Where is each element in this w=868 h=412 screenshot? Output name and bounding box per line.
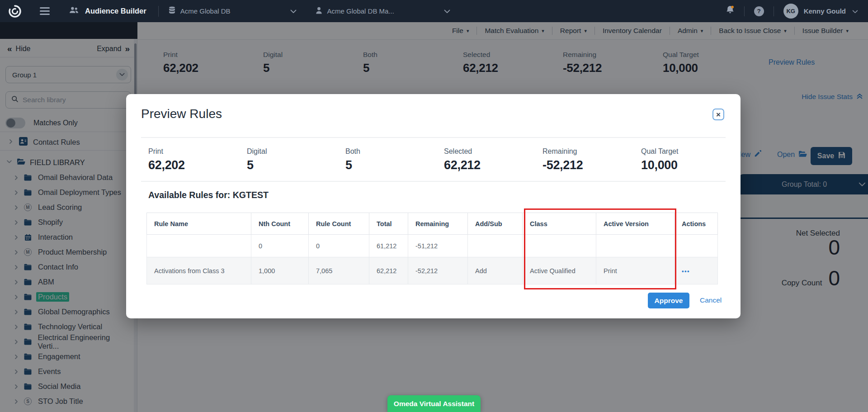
divider	[774, 6, 774, 16]
table-cell: 1,000	[251, 257, 309, 284]
product-title: Audience Builder	[69, 6, 146, 16]
person-icon	[316, 7, 322, 16]
row-actions-button[interactable]: •••	[682, 268, 690, 275]
database-selector-value: Acme Global DB	[180, 7, 231, 15]
table-cell: 7,065	[309, 257, 369, 284]
table-cell: Active Qualified	[523, 257, 596, 284]
rules-table-body: 0061,212-51,212Activations from Class 31…	[147, 235, 718, 284]
stat-print: Print62,202	[148, 147, 247, 172]
database-icon	[169, 6, 175, 16]
column-header-remaining: Remaining	[408, 213, 468, 235]
stat-digital: Digital5	[247, 147, 345, 172]
divider	[141, 137, 726, 138]
table-cell: 62,212	[369, 257, 408, 284]
table-cell: Print	[596, 257, 675, 284]
column-header-rule-name: Rule Name	[147, 213, 251, 235]
chevron-down-icon	[444, 7, 450, 15]
chevron-down-icon[interactable]	[852, 7, 858, 15]
table-cell: 0	[251, 235, 309, 257]
profile-selector[interactable]: Acme Global DB Ma...	[316, 7, 450, 16]
table-cell: Activations from Class 3	[147, 257, 251, 284]
table-cell: -51,212	[408, 235, 468, 257]
table-cell	[468, 235, 523, 257]
available-rules-heading: Available Rules for: KGTEST	[148, 190, 269, 200]
profile-selector-value: Acme Global DB Ma...	[327, 7, 394, 15]
cancel-link[interactable]: Cancel	[700, 296, 722, 304]
divider	[158, 6, 159, 17]
column-header-active-version: Active Version	[596, 213, 675, 235]
divider	[141, 181, 726, 182]
product-title-label: Audience Builder	[85, 7, 146, 15]
user-name[interactable]: Kenny Gould	[804, 7, 846, 15]
approve-button[interactable]: Approve	[648, 293, 689, 308]
column-header-class: Class	[523, 213, 596, 235]
virtual-assistant-button[interactable]: Omeda Virtual Assistant	[387, 395, 481, 412]
column-header-nth-count: Nth Count	[251, 213, 309, 235]
chevron-down-icon	[290, 7, 297, 15]
stat-remaining: Remaining-52,212	[542, 147, 641, 172]
notification-dot	[731, 6, 734, 9]
app-screen: Audience Builder Acme Global DB Acme Glo…	[0, 0, 868, 412]
table-cell	[596, 235, 675, 257]
table-row-0: 0061,212-51,212	[147, 235, 718, 257]
divider	[744, 6, 745, 16]
table-row-1: Activations from Class 31,0007,06562,212…	[147, 257, 718, 284]
top-navbar: Audience Builder Acme Global DB Acme Glo…	[0, 0, 868, 22]
table-cell: 61,212	[369, 235, 408, 257]
help-icon[interactable]: ?	[754, 6, 764, 16]
omeda-logo-icon[interactable]	[8, 5, 22, 18]
table-cell: -52,212	[408, 257, 468, 284]
modal-title: Preview Rules	[141, 107, 222, 121]
close-icon[interactable]: ×	[712, 109, 724, 120]
table-cell	[147, 235, 251, 257]
preview-rules-modal: Preview Rules × Print62,202Digital5Both5…	[126, 94, 741, 318]
table-cell	[675, 235, 718, 257]
avatar[interactable]: KG	[783, 4, 798, 19]
column-header-add-sub: Add/Sub	[468, 213, 523, 235]
column-header-total: Total	[369, 213, 408, 235]
stat-both: Both5	[345, 147, 444, 172]
table-cell: 0	[309, 235, 369, 257]
rules-table: Rule NameNth CountRule CountTotalRemaini…	[146, 213, 718, 284]
stat-selected: Selected62,212	[444, 147, 542, 172]
modal-stats-row: Print62,202Digital5Both5Selected62,212Re…	[148, 147, 740, 172]
table-cell	[523, 235, 596, 257]
notifications-bell-icon[interactable]	[726, 5, 735, 17]
stat-qual-target: Qual Target10,000	[641, 147, 740, 172]
database-selector[interactable]: Acme Global DB	[169, 6, 297, 16]
hamburger-menu-icon[interactable]	[40, 7, 50, 15]
column-header-rule-count: Rule Count	[309, 213, 369, 235]
column-header-actions: Actions	[675, 213, 718, 235]
table-cell: Add	[468, 257, 523, 284]
audience-icon	[69, 6, 79, 16]
rules-table-head-row: Rule NameNth CountRule CountTotalRemaini…	[147, 213, 718, 235]
